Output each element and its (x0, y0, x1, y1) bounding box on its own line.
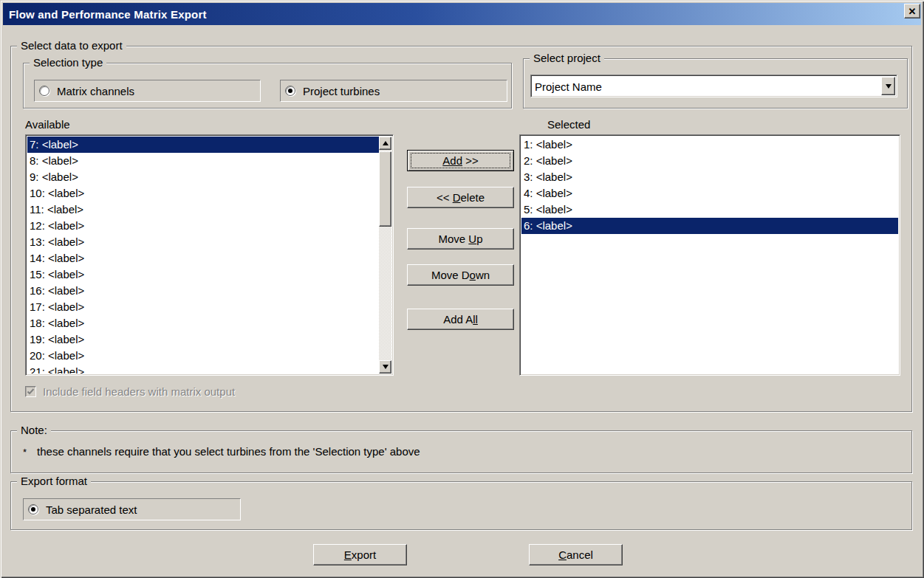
scroll-down-button[interactable] (379, 360, 391, 374)
list-item[interactable]: 5: <label> (521, 202, 898, 218)
list-item[interactable]: 11: <label> (27, 202, 379, 218)
list-item[interactable]: 13: <label> (27, 234, 379, 250)
move-up-button[interactable]: Move Up (407, 228, 514, 250)
close-button[interactable]: ✕ (904, 4, 920, 18)
move-up-button-label-post: p (476, 233, 482, 245)
cancel-button-label-key: C (558, 548, 567, 561)
tab-separated-label: Tab separated text (46, 503, 137, 516)
group-select-data-label: Select data to export (17, 39, 126, 52)
available-list-label: Available (25, 118, 70, 131)
group-export-format-label: Export format (17, 475, 91, 487)
include-headers-label: Include field headers with matrix output (43, 385, 235, 398)
available-list-items: 7: <label>8: <label>9: <label>10: <label… (27, 137, 379, 374)
move-down-button-label-key: o (470, 269, 476, 281)
list-item[interactable]: 14: <label> (27, 250, 379, 266)
group-selection-type: Selection type Matrix channels Project t… (23, 63, 512, 109)
project-combobox-value: Project Name (535, 80, 602, 92)
add-button-label-key: Add (442, 154, 462, 167)
matrix-channels-label: Matrix channels (57, 85, 134, 97)
close-icon: ✕ (908, 6, 917, 17)
group-note: Note: * these channels require that you … (10, 430, 912, 473)
delete-button-label-pre: << (437, 191, 453, 204)
include-headers-checkbox[interactable] (25, 386, 36, 397)
project-turbines-option: Project turbines (280, 80, 507, 102)
list-item[interactable]: 2: <label> (521, 153, 898, 169)
move-up-button-label-key: U (468, 233, 476, 245)
cancel-button[interactable]: Cancel (529, 544, 623, 565)
move-down-button-label-pre: Move D (431, 269, 470, 281)
export-button-label-key: E (344, 548, 352, 561)
scroll-up-button[interactable] (379, 137, 391, 150)
matrix-channels-radio[interactable] (39, 86, 49, 96)
move-down-button-label-post: wn (476, 269, 490, 281)
list-item[interactable]: 1: <label> (521, 137, 898, 153)
tab-separated-radio[interactable] (28, 504, 38, 515)
list-item[interactable]: 15: <label> (27, 266, 379, 283)
cancel-button-label-post: ancel (567, 548, 593, 561)
check-icon (27, 388, 35, 396)
list-item[interactable]: 10: <label> (27, 185, 379, 202)
export-button[interactable]: Export (313, 544, 407, 565)
delete-button-label-post: elete (461, 191, 485, 204)
list-item[interactable]: 8: <label> (27, 153, 379, 169)
list-item[interactable]: 9: <label> (27, 169, 379, 185)
group-select-data: Select data to export Selection type Mat… (10, 46, 912, 412)
selected-list-label: Selected (547, 118, 590, 131)
available-listbox[interactable]: 7: <label>8: <label>9: <label>10: <label… (25, 134, 394, 376)
group-selection-type-label: Selection type (30, 56, 106, 69)
move-up-button-label-pre: Move (438, 233, 468, 245)
dialog-window: Flow and Performance Matrix Export ✕ Sel… (0, 0, 924, 578)
project-turbines-label: Project turbines (303, 85, 380, 97)
delete-button[interactable]: << Delete (407, 187, 514, 208)
list-item[interactable]: 4: <label> (521, 185, 898, 202)
selected-list-items: 1: <label>2: <label>3: <label>4: <label>… (521, 137, 898, 374)
delete-button-label-key: D (453, 191, 461, 204)
add-all-button-label-pre: Add A (443, 313, 473, 326)
list-item[interactable]: 7: <label> (27, 137, 379, 153)
list-item[interactable]: 20: <label> (27, 348, 379, 364)
list-item[interactable]: 18: <label> (27, 315, 379, 331)
list-item[interactable]: 17: <label> (27, 299, 379, 315)
include-headers-row: Include field headers with matrix output (25, 385, 235, 398)
title-bar[interactable]: Flow and Performance Matrix Export (3, 3, 921, 25)
add-all-button[interactable]: Add All (407, 309, 514, 330)
group-select-project: Select project Project Name (523, 58, 908, 109)
list-item[interactable]: 19: <label> (27, 331, 379, 348)
list-item[interactable]: 12: <label> (27, 218, 379, 234)
available-scrollbar (379, 137, 391, 374)
note-text: these channels require that you select t… (37, 445, 420, 458)
list-item[interactable]: 6: <label> (521, 218, 898, 234)
group-select-project-label: Select project (530, 52, 604, 64)
add-button[interactable]: Add >> (407, 150, 514, 171)
group-note-label: Note: (17, 424, 51, 436)
scrollbar-thumb[interactable] (379, 151, 391, 227)
tab-separated-option: Tab separated text (23, 498, 241, 520)
matrix-channels-option: Matrix channels (34, 80, 261, 102)
list-item[interactable]: 21: <label> (27, 364, 379, 374)
add-button-label-post: >> (462, 154, 479, 167)
note-bullet: * (23, 445, 27, 458)
list-item[interactable]: 16: <label> (27, 283, 379, 299)
arrow-down-icon (383, 365, 389, 369)
window-title: Flow and Performance Matrix Export (9, 8, 207, 21)
chevron-down-icon (886, 84, 892, 89)
selected-listbox[interactable]: 1: <label>2: <label>3: <label>4: <label>… (519, 134, 900, 376)
move-down-button[interactable]: Move Down (407, 264, 514, 286)
project-combobox-dropdown-button[interactable] (881, 77, 895, 95)
group-export-format: Export format Tab separated text (10, 481, 912, 530)
export-button-label-post: xport (352, 548, 376, 561)
list-item[interactable]: 3: <label> (521, 169, 898, 185)
project-turbines-radio[interactable] (285, 86, 295, 96)
arrow-up-icon (383, 141, 389, 145)
add-all-button-label-key: ll (473, 313, 478, 326)
project-combobox[interactable]: Project Name (530, 75, 897, 97)
